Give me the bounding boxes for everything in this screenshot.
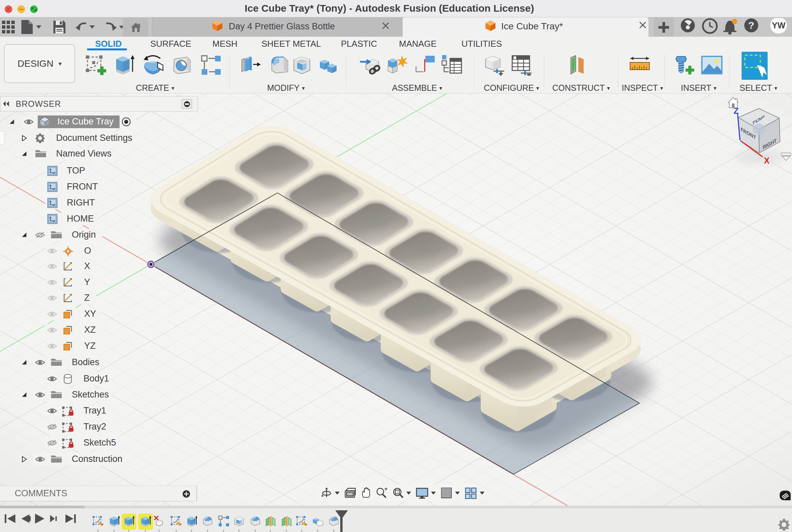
svg-text:?: ? xyxy=(748,20,754,31)
svg-text:YW: YW xyxy=(772,21,786,30)
svg-text:X: X xyxy=(764,156,770,165)
